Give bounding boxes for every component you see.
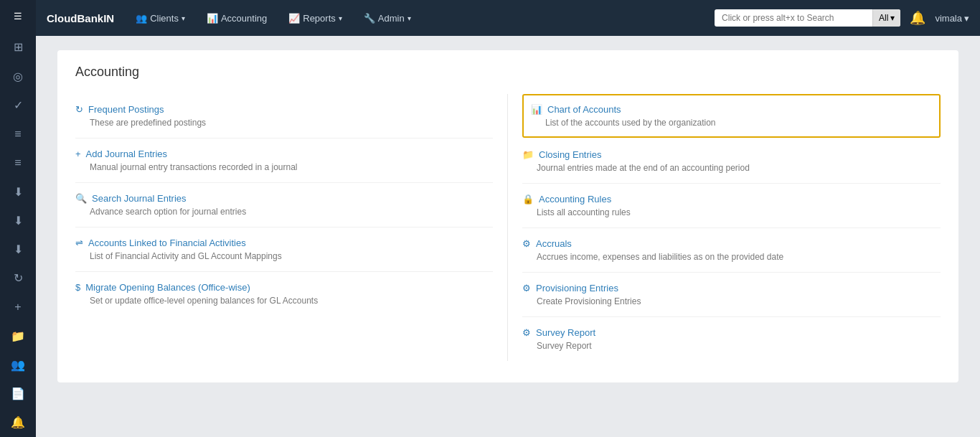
user-menu[interactable]: vimala ▾ <box>935 13 969 24</box>
hamburger-button[interactable]: ☰ <box>0 0 36 33</box>
sidebar-icon-folder[interactable]: 📁 <box>0 321 36 350</box>
panel-title: Accounting <box>75 65 941 80</box>
clients-icon: 👥 <box>136 13 147 24</box>
page-content: Accounting ↻ Frequent Postings These are… <box>36 36 980 437</box>
sidebar-icon-download1[interactable]: ⬇ <box>0 177 36 206</box>
navbar: CloudBankIN 👥 Clients ▾ 📊 Accounting 📈 R… <box>36 0 980 36</box>
menu-item-survey-report[interactable]: ⚙ Survey Report Survey Report <box>522 317 941 361</box>
right-column: 📊 Chart of Accounts List of the accounts… <box>508 94 941 361</box>
menu-item-frequent-postings[interactable]: ↻ Frequent Postings These are predefined… <box>75 94 493 138</box>
clients-arrow: ▾ <box>182 14 185 22</box>
menu-item-chart-of-accounts[interactable]: 📊 Chart of Accounts List of the accounts… <box>522 94 941 138</box>
admin-icon: 🔧 <box>364 13 375 24</box>
accruals-icon: ⚙ <box>522 238 531 249</box>
main-wrapper: CloudBankIN 👥 Clients ▾ 📊 Accounting 📈 R… <box>36 0 980 437</box>
menu-grid: ↻ Frequent Postings These are predefined… <box>75 94 941 361</box>
sidebar-icon-refresh[interactable]: ↻ <box>0 264 36 293</box>
navbar-right: All ▾ 🔔 vimala ▾ <box>715 9 969 27</box>
admin-arrow: ▾ <box>407 14 411 22</box>
sidebar-icon-document[interactable]: 📄 <box>0 380 36 408</box>
left-column: ↻ Frequent Postings These are predefined… <box>75 94 508 361</box>
menu-item-closing-entries[interactable]: 📁 Closing Entries Journal entries made a… <box>522 139 941 184</box>
sidebar-icon-check[interactable]: ✓ <box>0 90 36 119</box>
migrate-icon: $ <box>75 282 80 293</box>
frequent-postings-icon: ↻ <box>75 104 83 115</box>
icon-sidebar: ☰ ⊞ ◎ ✓ ≡ ≡ ⬇ ⬇ ⬇ ↻ + 📁 👥 📄 🔔 <box>0 0 36 437</box>
notification-bell-icon[interactable]: 🔔 <box>906 10 929 26</box>
nav-reports[interactable]: 📈 Reports ▾ <box>281 9 349 28</box>
menu-item-add-journal-entries[interactable]: + Add Journal Entries Manual journal ent… <box>75 138 493 183</box>
sidebar-icon-download2[interactable]: ⬇ <box>0 206 36 235</box>
sidebar-icon-target[interactable]: ◎ <box>0 62 36 90</box>
search-input[interactable] <box>715 9 872 27</box>
reports-icon: 📈 <box>288 13 300 24</box>
menu-item-accounts-linked[interactable]: ⇌ Accounts Linked to Financial Activitie… <box>75 227 493 272</box>
menu-item-migrate-opening-balances[interactable]: $ Migrate Opening Balances (Office-wise)… <box>75 272 493 316</box>
sidebar-icon-bell[interactable]: 🔔 <box>0 408 36 437</box>
search-box: All ▾ <box>715 9 900 27</box>
nav-admin[interactable]: 🔧 Admin ▾ <box>357 9 418 28</box>
closing-entries-icon: 📁 <box>522 149 534 160</box>
search-filter-dropdown[interactable]: All ▾ <box>872 9 900 27</box>
nav-accounting[interactable]: 📊 Accounting <box>199 9 274 28</box>
sidebar-icon-list2[interactable]: ≡ <box>0 149 36 177</box>
sidebar-icon-plus[interactable]: + <box>0 293 36 321</box>
provisioning-entries-icon: ⚙ <box>522 283 531 293</box>
chart-of-accounts-icon: 📊 <box>531 104 542 115</box>
sidebar-icon-users[interactable]: 👥 <box>0 350 36 379</box>
user-arrow: ▾ <box>964 13 969 24</box>
sidebar-icon-download3[interactable]: ⬇ <box>0 235 36 263</box>
sidebar-icon-list1[interactable]: ≡ <box>0 119 36 148</box>
sidebar-icon-grid[interactable]: ⊞ <box>0 33 36 62</box>
menu-item-accounting-rules[interactable]: 🔒 Accounting Rules Lists all accounting … <box>522 184 941 228</box>
accounting-panel: Accounting ↻ Frequent Postings These are… <box>57 50 958 382</box>
survey-report-icon: ⚙ <box>522 327 531 338</box>
accounting-rules-icon: 🔒 <box>522 194 534 205</box>
menu-item-accruals[interactable]: ⚙ Accruals Accrues income, expenses and … <box>522 228 941 273</box>
menu-item-provisioning-entries[interactable]: ⚙ Provisioning Entries Create Provisioni… <box>522 273 941 317</box>
nav-clients[interactable]: 👥 Clients ▾ <box>128 9 192 28</box>
accounts-linked-icon: ⇌ <box>75 238 83 248</box>
add-journal-icon: + <box>75 149 81 159</box>
brand-name[interactable]: CloudBankIN <box>47 12 114 24</box>
reports-arrow: ▾ <box>339 14 342 22</box>
accounting-icon: 📊 <box>207 13 218 24</box>
search-journal-icon: 🔍 <box>75 193 87 204</box>
search-filter-arrow: ▾ <box>890 13 895 23</box>
menu-item-search-journal-entries[interactable]: 🔍 Search Journal Entries Advance search … <box>75 183 493 227</box>
